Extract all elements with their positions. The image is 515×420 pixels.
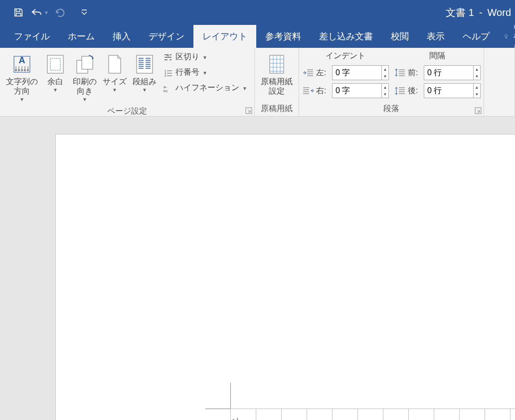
line-numbers-icon: 123	[164, 68, 172, 77]
spin-down[interactable]: ▼	[382, 73, 388, 80]
hyphenation-label: ハイフネーション	[175, 83, 239, 93]
lightbulb-icon	[504, 31, 509, 41]
indent-right-icon	[302, 85, 314, 96]
breaks-label: 区切り	[175, 52, 199, 62]
breaks-button[interactable]: 区切り ▼	[162, 51, 249, 63]
margins-label: 余白	[47, 77, 63, 86]
app-name: Word	[488, 7, 511, 18]
spin-up[interactable]: ▲	[474, 84, 480, 91]
title-bar: ▼ 文書 1 - Word	[0, 0, 515, 25]
line-numbers-button[interactable]: 123 行番号 ▼	[162, 66, 249, 79]
tab-review[interactable]: 校閲	[382, 25, 418, 48]
indent-left-label: 左:	[316, 68, 330, 78]
indent-left-spinner[interactable]: ▲▼	[332, 65, 389, 80]
spin-down[interactable]: ▼	[382, 91, 388, 98]
genkou-grid	[230, 409, 515, 420]
spacing-before-label: 前:	[408, 68, 422, 78]
margins-button[interactable]: 余白 ▼	[41, 50, 70, 95]
tab-design[interactable]: デザイン	[140, 25, 193, 48]
svg-text:bc: bc	[164, 89, 168, 93]
chevron-down-icon	[81, 9, 88, 16]
redo-icon	[55, 7, 66, 18]
size-button[interactable]: サイズ ▼	[100, 50, 130, 95]
group-arrange-partial	[484, 48, 515, 116]
genkou-settings-button[interactable]: 原稿用紙 設定	[258, 50, 296, 98]
spin-up[interactable]: ▲	[382, 84, 388, 91]
quick-access-toolbar: ▼	[5, 7, 88, 18]
group-label-genkou: 原稿用紙	[258, 102, 296, 115]
group-label-page-setup: ページ設定	[3, 104, 251, 117]
dropdown-arrow-icon: ▼	[142, 87, 147, 93]
spacing-before-input[interactable]	[424, 68, 473, 77]
dialog-launcher-paragraph[interactable]	[475, 107, 482, 114]
spacing-header: 間隔	[394, 50, 481, 62]
tab-layout[interactable]: レイアウト	[193, 25, 256, 48]
dropdown-arrow-icon: ▼	[19, 97, 24, 102]
window-title: 文書 1 - Word	[446, 0, 511, 25]
spacing-after-input[interactable]	[424, 86, 473, 95]
columns-button[interactable]: 段組み ▼	[130, 50, 160, 95]
orientation-button[interactable]: 印刷の 向き ▼	[70, 50, 100, 104]
document-name: 文書 1	[446, 6, 474, 19]
spin-up[interactable]: ▲	[382, 66, 388, 73]
text-direction-label: 文字列の 方向	[6, 77, 38, 96]
customize-qat-button[interactable]	[81, 9, 88, 16]
genkou-icon	[267, 53, 287, 75]
redo-button[interactable]	[55, 7, 66, 18]
ribbon-tabs: ファイル ホーム 挿入 デザイン レイアウト 参考資料 差し込み文書 校閲 表示…	[0, 25, 515, 48]
hyphenation-icon: a-bc	[164, 84, 172, 93]
spin-down[interactable]: ▼	[474, 73, 480, 80]
tab-mailings[interactable]: 差し込み文書	[310, 25, 382, 48]
spacing-after-label: 後:	[408, 86, 422, 96]
dropdown-arrow-icon: ▼	[112, 87, 117, 93]
page[interactable]: ↵	[56, 135, 515, 420]
dropdown-arrow-icon: ▼	[202, 70, 207, 76]
dropdown-arrow-icon: ▼	[82, 97, 87, 102]
svg-text:A: A	[19, 55, 25, 65]
margin-guide-horizontal	[205, 409, 230, 409]
dialog-launcher-page-setup[interactable]	[245, 107, 252, 114]
save-button[interactable]	[13, 7, 24, 18]
save-icon	[13, 7, 24, 18]
tab-file[interactable]: ファイル	[5, 25, 59, 48]
tab-insert[interactable]: 挿入	[104, 25, 140, 48]
indent-right-spinner[interactable]: ▲▼	[332, 83, 389, 98]
dropdown-arrow-icon: ▼	[53, 87, 58, 93]
indent-right-input[interactable]	[333, 86, 381, 95]
breaks-icon	[164, 53, 172, 62]
dropdown-arrow-icon[interactable]: ▼	[44, 10, 49, 15]
text-direction-button[interactable]: A 文字列の 方向 ▼	[3, 50, 41, 104]
spacing-after-icon	[394, 85, 406, 96]
undo-button[interactable]: ▼	[30, 7, 49, 18]
tab-view[interactable]: 表示	[418, 25, 454, 48]
indent-right-label: 右:	[316, 86, 330, 96]
spacing-before-spinner[interactable]: ▲▼	[424, 65, 481, 80]
orientation-icon	[74, 53, 96, 75]
document-area[interactable]: ↵	[0, 117, 515, 420]
hyphenation-button[interactable]: a-bc ハイフネーション ▼	[162, 82, 249, 94]
indent-header: インデント	[302, 50, 389, 62]
size-label: サイズ	[103, 77, 127, 86]
columns-label: 段組み	[133, 77, 157, 86]
genkou-label: 原稿用紙 設定	[261, 77, 293, 96]
group-page-setup: A 文字列の 方向 ▼ 余白 ▼ 印刷の 向き ▼ サイズ ▼ 段組み	[0, 48, 255, 116]
group-genkou: 原稿用紙 設定 原稿用紙	[255, 48, 299, 116]
columns-icon	[135, 53, 155, 75]
dropdown-arrow-icon: ▼	[202, 55, 207, 60]
margin-guide-vertical	[230, 383, 231, 409]
spacing-before-icon	[394, 67, 406, 78]
tab-home[interactable]: ホーム	[59, 25, 104, 48]
line-numbers-label: 行番号	[175, 67, 199, 78]
indent-left-input[interactable]	[333, 68, 381, 77]
spin-down[interactable]: ▼	[474, 91, 480, 98]
spacing-after-spinner[interactable]: ▲▼	[424, 83, 481, 98]
page-size-icon	[106, 53, 124, 75]
margins-icon	[45, 53, 65, 75]
tell-me-search[interactable]: 何をし	[499, 25, 515, 48]
orientation-label: 印刷の 向き	[73, 77, 97, 96]
tab-references[interactable]: 参考資料	[256, 25, 310, 48]
tab-help[interactable]: ヘルプ	[454, 25, 499, 48]
title-separator: -	[479, 7, 483, 18]
spin-up[interactable]: ▲	[474, 66, 480, 73]
dropdown-arrow-icon: ▼	[242, 86, 247, 91]
